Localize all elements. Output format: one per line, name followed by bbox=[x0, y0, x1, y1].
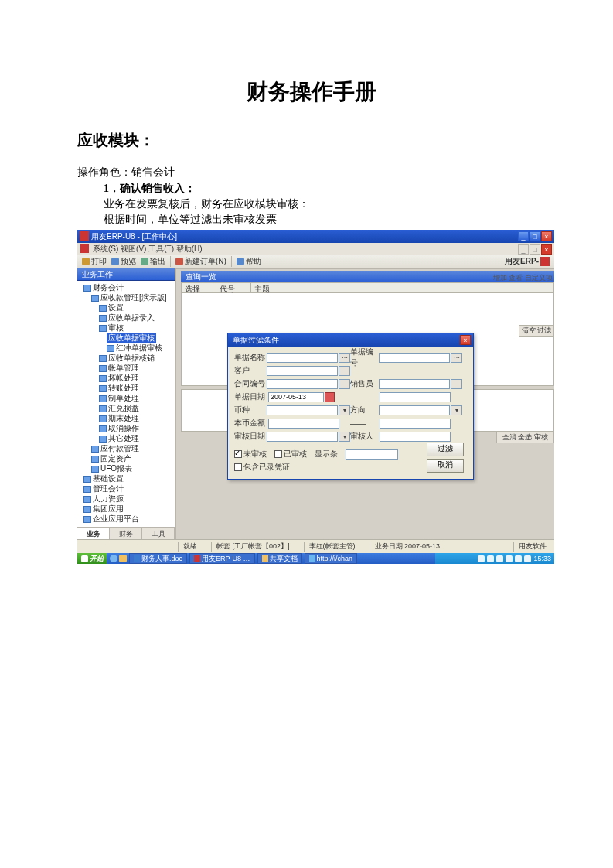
field-input[interactable] bbox=[380, 432, 451, 442]
field-input[interactable] bbox=[267, 366, 338, 376]
display-count-input[interactable] bbox=[346, 449, 398, 460]
dialog-titlebar: 单据过滤条件 × bbox=[228, 333, 473, 347]
field-input[interactable] bbox=[379, 379, 450, 389]
toolbar-help[interactable]: 帮助 bbox=[237, 256, 261, 267]
tree-item[interactable]: 基础设置 bbox=[80, 473, 175, 484]
field-input[interactable] bbox=[379, 353, 450, 363]
system-tray[interactable]: 15:33 bbox=[435, 553, 554, 564]
tree-item[interactable]: 制单处理 bbox=[80, 393, 175, 403]
field-input[interactable] bbox=[267, 353, 338, 363]
field-input[interactable] bbox=[380, 392, 451, 402]
dropdown-button[interactable]: ▾ bbox=[339, 405, 350, 415]
tree-item[interactable]: 固定资产 bbox=[80, 453, 175, 463]
sidebar-tree[interactable]: 财务会计应收款管理[演示版]设置应收单据录入审核应收单据审核红冲单据审核应收单据… bbox=[77, 281, 175, 527]
tree-item[interactable]: 汇兑损益 bbox=[80, 403, 175, 413]
task-item-2[interactable]: 用友ERP-U8 … bbox=[189, 553, 255, 564]
dialog-row: 单据名称⋯单据编号⋯ bbox=[234, 351, 467, 364]
checkbox-audited[interactable] bbox=[274, 450, 282, 458]
outer-window-title: 用友ERP-U8 - [工作中心] bbox=[91, 232, 177, 241]
tray-icon[interactable] bbox=[524, 555, 531, 562]
checkbox-include-vouchered[interactable] bbox=[234, 463, 242, 471]
sidebar-tab-tools[interactable]: 工具 bbox=[142, 528, 175, 540]
toolbar-export[interactable]: 输出 bbox=[141, 256, 165, 267]
tree-item[interactable]: 应收单据录入 bbox=[80, 313, 175, 323]
export-icon bbox=[141, 258, 148, 265]
dropdown-button[interactable]: ▾ bbox=[339, 432, 350, 442]
task-item-1[interactable]: 财务人事.doc bbox=[129, 553, 187, 564]
inner-close-button[interactable]: × bbox=[541, 244, 552, 255]
tree-item[interactable]: 财务会计 bbox=[80, 282, 175, 292]
field-input[interactable] bbox=[268, 392, 324, 402]
tree-item[interactable]: 坏帐处理 bbox=[80, 373, 175, 383]
dialog-close-button[interactable]: × bbox=[460, 335, 471, 345]
quicklaunch-desktop-icon[interactable] bbox=[119, 555, 127, 562]
tree-item[interactable]: 设置 bbox=[80, 302, 175, 313]
field-input[interactable] bbox=[268, 419, 339, 429]
tree-item-selected[interactable]: 应收单据审核 bbox=[107, 333, 156, 343]
toolbar-print[interactable]: 打印 bbox=[82, 256, 107, 267]
field-input[interactable] bbox=[267, 405, 338, 415]
tree-item[interactable]: 帐单管理 bbox=[80, 363, 175, 373]
field-label: 审核日期 bbox=[234, 431, 267, 442]
lookup-button[interactable]: ⋯ bbox=[451, 379, 462, 389]
tray-icon[interactable] bbox=[506, 555, 513, 562]
tree-item[interactable]: 取消操作 bbox=[80, 423, 175, 433]
inner-restore-button[interactable]: □ bbox=[530, 244, 540, 255]
inner-minimize-button[interactable]: _ bbox=[518, 244, 529, 255]
tree-item[interactable]: 应付款管理 bbox=[80, 443, 175, 453]
checkbox-unaudited[interactable] bbox=[234, 450, 242, 458]
calendar-icon[interactable] bbox=[325, 392, 335, 402]
tree-item[interactable]: 人力资源 bbox=[80, 494, 175, 504]
field-input[interactable] bbox=[379, 405, 450, 415]
minimize-button[interactable]: _ bbox=[518, 231, 529, 241]
maximize-button[interactable]: □ bbox=[530, 231, 540, 241]
tray-icon[interactable] bbox=[515, 555, 522, 562]
lookup-button[interactable]: ⋯ bbox=[339, 379, 350, 389]
tree-item[interactable]: 应收款管理[演示版] bbox=[80, 292, 175, 302]
quicklaunch-ie-icon[interactable] bbox=[110, 555, 117, 562]
dialog-cancel-button[interactable]: 取消 bbox=[427, 459, 464, 473]
tree-item[interactable]: 集团应用 bbox=[80, 504, 175, 514]
sidebar-tab-business[interactable]: 业务 bbox=[77, 528, 110, 540]
side-actions-2[interactable]: 全消 全选 审核 bbox=[496, 432, 554, 443]
tree-item[interactable]: UFO报表 bbox=[80, 463, 175, 473]
toolbar-new-order[interactable]: 新建订单(N) bbox=[175, 256, 226, 267]
tree-item[interactable]: 期末处理 bbox=[80, 413, 175, 423]
tree-item[interactable]: 企业应用平台 bbox=[80, 514, 175, 524]
tray-clock: 15:33 bbox=[533, 555, 551, 562]
grid-header: 选择 代号 主题 bbox=[181, 282, 554, 293]
dropdown-button[interactable]: ▾ bbox=[451, 405, 462, 415]
task-item-3[interactable]: 共享文档 bbox=[257, 553, 302, 564]
erp-screenshot: 用友ERP-U8 - [工作中心] _ □ × 系统(S) 视图(V) 工具(T… bbox=[77, 230, 554, 564]
grid-col-select[interactable]: 选择 bbox=[182, 283, 216, 292]
start-button[interactable]: 开始 bbox=[77, 553, 107, 564]
tray-icon[interactable] bbox=[487, 555, 494, 562]
task-item-4[interactable]: http://i/chan bbox=[305, 553, 358, 564]
lookup-button[interactable]: ⋯ bbox=[339, 366, 350, 376]
tree-item-label: 集团应用 bbox=[93, 504, 124, 513]
tray-icon[interactable] bbox=[496, 555, 503, 562]
tree-item[interactable]: 转账处理 bbox=[80, 383, 175, 393]
tree-item[interactable]: 管理会计 bbox=[80, 484, 175, 494]
grid-col-code[interactable]: 代号 bbox=[216, 283, 251, 292]
close-button[interactable]: × bbox=[541, 231, 552, 241]
dialog-filter-button[interactable]: 过滤 bbox=[427, 443, 464, 456]
tree-item[interactable]: 应收单据核销 bbox=[80, 353, 175, 363]
tree-item[interactable]: 审核 bbox=[80, 323, 175, 333]
tree-item-label: 汇兑损益 bbox=[108, 404, 139, 412]
toolbar-preview[interactable]: 预览 bbox=[111, 256, 136, 267]
field-input[interactable] bbox=[267, 432, 338, 442]
lookup-button[interactable]: ⋯ bbox=[339, 353, 350, 363]
dialog-row: 币种▾方向▾ bbox=[234, 404, 467, 416]
tray-icon[interactable] bbox=[478, 555, 485, 562]
tree-item[interactable]: 红冲单据审核 bbox=[80, 343, 175, 353]
field-label: 单据日期 bbox=[234, 391, 268, 402]
field-input[interactable] bbox=[267, 379, 338, 389]
sidebar-tab-finance[interactable]: 财务 bbox=[110, 528, 142, 540]
tree-item[interactable]: 其它处理 bbox=[80, 433, 175, 443]
grid-col-subject[interactable]: 主题 bbox=[251, 283, 553, 292]
field-input[interactable] bbox=[380, 419, 451, 429]
inner-menu-text[interactable]: 系统(S) 视图(V) 工具(T) 帮助(H) bbox=[93, 244, 203, 253]
lookup-button[interactable]: ⋯ bbox=[451, 353, 462, 363]
side-actions-1[interactable]: 清空 过滤 bbox=[519, 325, 554, 337]
